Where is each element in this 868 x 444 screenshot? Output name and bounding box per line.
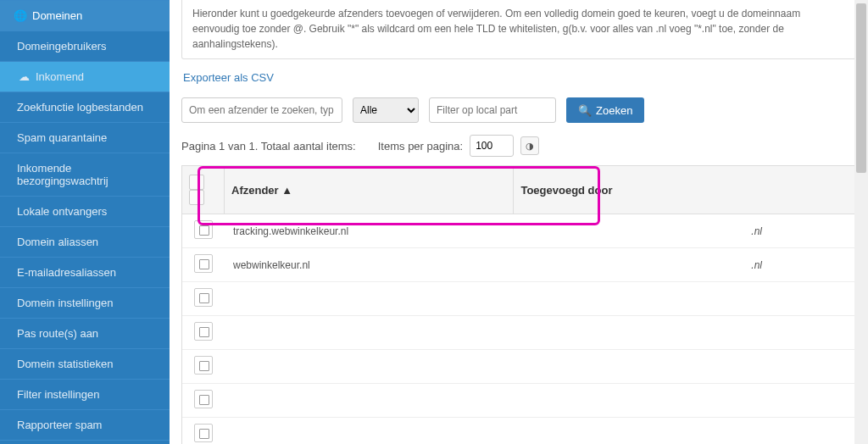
- cell-sender: [225, 282, 514, 316]
- filter-select[interactable]: Alle: [353, 97, 419, 123]
- col-sender-header[interactable]: Afzender ▲: [225, 166, 514, 214]
- cell-added-by: [514, 418, 855, 444]
- bulk-actions-header: [182, 166, 225, 214]
- cell-added-by: [514, 282, 855, 316]
- sidebar-item-inkomend[interactable]: ☁Inkomend: [0, 61, 170, 92]
- per-page-label: Items per pagina:: [378, 140, 463, 153]
- cell-sender: [225, 384, 514, 418]
- sidebar-item-rapporteer-spam[interactable]: Rapporteer spam: [0, 409, 170, 440]
- sidebar-item-label: Inkomende bezorgingswachtrij: [17, 162, 108, 187]
- cloud-icon: ☁: [17, 70, 31, 83]
- sidebar-item-label: Zoekfunctie logbestanden: [17, 101, 143, 114]
- cell-added-by: [514, 350, 855, 384]
- senders-table: Afzender ▲ Toegevoegd door tracking.webw…: [181, 165, 856, 444]
- sidebar-item-domein-aliassen[interactable]: Domein aliassen: [0, 226, 170, 257]
- row-checkbox[interactable]: [194, 220, 213, 239]
- cell-sender: tracking.webwinkelkeur.nl: [225, 214, 514, 248]
- sidebar-item-zoekfunctie-logbestanden[interactable]: Zoekfunctie logbestanden: [0, 92, 170, 122]
- sidebar-item-label: Inkomend: [36, 70, 84, 83]
- intro-text: Hieronder kunt u goedgekeurde afzenders …: [181, 0, 856, 59]
- sidebar-item-label: E-mailadresaliassen: [17, 266, 116, 279]
- sender-search-input[interactable]: [181, 97, 342, 123]
- sidebar-item-label: Pas route(s) aan: [17, 327, 98, 340]
- row-checkbox[interactable]: [194, 356, 213, 375]
- table-row: [182, 418, 855, 444]
- sidebar-item-domein-statistieken[interactable]: Domein statistieken: [0, 348, 170, 379]
- per-page-apply-button[interactable]: ◑: [520, 136, 539, 155]
- sidebar-item-label: Domein instellingen: [17, 297, 113, 309]
- cell-added-by: .nl: [514, 248, 855, 282]
- cell-added-by: [514, 316, 855, 350]
- table-row: webwinkelkeur.nl.nl: [182, 248, 855, 282]
- row-checkbox[interactable]: [194, 424, 213, 442]
- search-toolbar: Alle 🔍 Zoeken: [181, 97, 856, 123]
- sidebar: 🌐DomeinenDomeingebruikers☁InkomendZoekfu…: [0, 0, 170, 444]
- select-all-icon[interactable]: [189, 175, 204, 190]
- table-row: [182, 384, 855, 418]
- bulk-action-icon[interactable]: [189, 190, 204, 205]
- sidebar-item-label: Domein statistieken: [17, 358, 113, 370]
- main-content: Hieronder kunt u goedgekeurde afzenders …: [170, 0, 868, 444]
- sidebar-item-domein-instellingen[interactable]: Domein instellingen: [0, 287, 170, 318]
- check-circle-icon: ◑: [526, 141, 534, 152]
- table-row: [182, 282, 855, 316]
- table-row: [182, 350, 855, 384]
- sidebar-item-filter-instellingen[interactable]: Filter instellingen: [0, 379, 170, 409]
- table-row: [182, 316, 855, 350]
- row-checkbox[interactable]: [194, 288, 213, 307]
- search-icon: 🔍: [578, 104, 592, 117]
- sidebar-item-label: Filter instellingen: [17, 388, 100, 401]
- globe-icon: 🌐: [14, 9, 27, 22]
- sidebar-item-rapporteer-geen-spam[interactable]: Rapporteer geen spam: [0, 440, 170, 444]
- cell-sender: [225, 350, 514, 384]
- scrollbar-thumb[interactable]: [856, 3, 866, 173]
- sidebar-item-lokale-ontvangers[interactable]: Lokale ontvangers: [0, 196, 170, 226]
- export-csv-link[interactable]: Exporteer als CSV: [183, 71, 274, 84]
- sidebar-item-label: Domeingebruikers: [17, 40, 107, 53]
- sidebar-item-inkomende-bezorgingswachtrij[interactable]: Inkomende bezorgingswachtrij: [0, 153, 170, 196]
- pager-row: Pagina 1 van 1. Totaal aantal items: Ite…: [181, 135, 856, 157]
- export-row: Exporteer als CSV: [183, 71, 856, 84]
- localpart-filter-input[interactable]: [429, 97, 556, 123]
- per-page-input[interactable]: [470, 135, 514, 157]
- row-checkbox[interactable]: [194, 390, 213, 408]
- cell-sender: [225, 418, 514, 444]
- sidebar-item-domeinen[interactable]: 🌐Domeinen: [0, 0, 170, 31]
- sidebar-item-label: Rapporteer spam: [17, 419, 102, 431]
- row-checkbox[interactable]: [194, 254, 213, 273]
- row-checkbox[interactable]: [194, 322, 213, 341]
- sidebar-item-spam-quarantaine[interactable]: Spam quarantaine: [0, 122, 170, 153]
- sidebar-item-label: Domein aliassen: [17, 236, 98, 248]
- cell-sender: webwinkelkeur.nl: [225, 248, 514, 282]
- cell-added-by: [514, 384, 855, 418]
- search-button-label: Zoeken: [596, 104, 632, 117]
- sidebar-item-domeingebruikers[interactable]: Domeingebruikers: [0, 31, 170, 61]
- sidebar-item-label: Domeinen: [32, 9, 82, 22]
- search-button[interactable]: 🔍 Zoeken: [566, 97, 644, 123]
- page-info-text: Pagina 1 van 1. Totaal aantal items:: [181, 140, 356, 153]
- sidebar-item-label: Spam quarantaine: [17, 131, 107, 144]
- sidebar-item-label: Lokale ontvangers: [17, 205, 107, 218]
- col-added-header[interactable]: Toegevoegd door: [514, 166, 855, 214]
- sidebar-item-e-mailadresaliassen[interactable]: E-mailadresaliassen: [0, 257, 170, 287]
- cell-added-by: .nl: [514, 214, 855, 248]
- table-row: tracking.webwinkelkeur.nl.nl: [182, 214, 855, 248]
- scrollbar[interactable]: [854, 0, 868, 444]
- cell-sender: [225, 316, 514, 350]
- sidebar-item-pas-route-s-aan[interactable]: Pas route(s) aan: [0, 318, 170, 348]
